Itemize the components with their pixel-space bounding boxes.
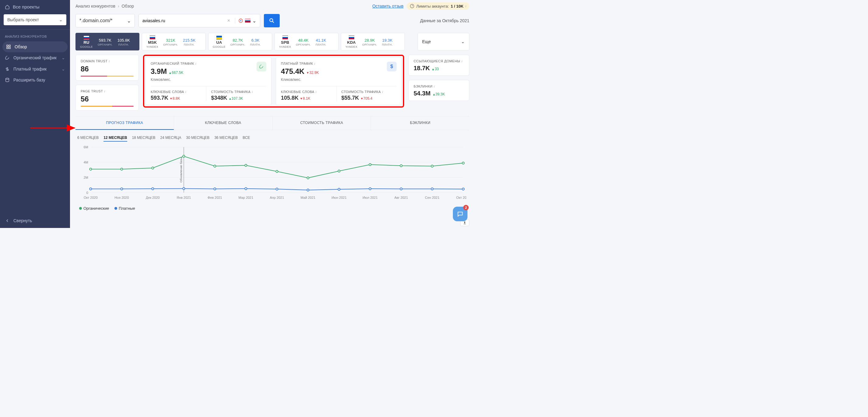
card-title: PAGE TRUST: [81, 90, 103, 93]
svg-point-40: [369, 188, 371, 190]
legend-item[interactable]: Платные: [115, 206, 135, 211]
region-card-ua[interactable]: UAGOOGLE 82.7KОРГАНИЧ. 6.3KПЛАТН.: [208, 33, 272, 50]
legend-item[interactable]: Органические: [79, 206, 109, 211]
referring-domains-card[interactable]: ССЫЛАЮЩИЕСЯ ДОМЕНЫi 18.7K33: [408, 55, 469, 76]
domain-search-input[interactable]: [143, 18, 222, 23]
period-option[interactable]: ВСЕ: [243, 134, 250, 142]
cost-value: $55.7K: [341, 95, 359, 101]
tab-бэклинки[interactable]: БЭКЛИНКИ: [371, 116, 469, 130]
card-title: КЛЮЧЕВЫЕ СЛОВА: [151, 90, 184, 94]
page-trust-card[interactable]: PAGE TRUSTi 56: [75, 85, 139, 111]
svg-point-30: [462, 162, 464, 164]
page-trust-value: 56: [81, 95, 134, 103]
breadcrumb-sep: ›: [118, 4, 119, 8]
tab-стоимость-трафика[interactable]: СТОИМОСТЬ ТРАФИКА: [272, 116, 371, 130]
domain-trust-card[interactable]: DOMAIN TRUSTi 86: [75, 55, 139, 80]
svg-text:Обновление базы: Обновление базы: [179, 157, 183, 182]
collapse-label: Свернуть: [13, 218, 32, 223]
info-icon: i: [108, 59, 110, 63]
svg-text:Окт 2020: Окт 2020: [84, 196, 98, 199]
chevron-down-icon: ⌄: [252, 18, 256, 24]
leaf-badge-icon: [256, 62, 266, 71]
period-option[interactable]: 12 МЕСЯЦЕВ: [103, 134, 127, 142]
svg-text:Июн 2021: Июн 2021: [332, 196, 347, 199]
period-option[interactable]: 30 МЕСЯЦЕВ: [186, 134, 209, 142]
account-limits-badge[interactable]: Лимиты аккаунта: 1 / 10K i: [407, 2, 469, 10]
gauge-icon: [410, 4, 414, 8]
sidebar-item-label: Органический трафик: [13, 55, 57, 61]
search-icon: [269, 18, 275, 24]
flag-icon: [282, 36, 288, 39]
sidebar-item-overview[interactable]: Обзор: [2, 41, 68, 52]
svg-point-18: [90, 168, 92, 170]
clear-icon[interactable]: ×: [225, 18, 232, 24]
collapse-sidebar-button[interactable]: Свернуть: [0, 213, 70, 228]
traffic-chart: 02M4M6MОбновление базыОкт 2020Ноя 2020Де…: [70, 144, 475, 205]
sub-label: Кликов/мес.: [151, 77, 196, 82]
region-card-spb[interactable]: SPBYANDEX 48.4KОРГАНИЧ. 41.1KПЛАТН.: [275, 33, 338, 50]
svg-point-27: [369, 164, 371, 166]
svg-text:4M: 4M: [84, 161, 88, 164]
chat-button[interactable]: 2: [453, 207, 467, 221]
svg-point-31: [90, 188, 92, 190]
svg-point-33: [152, 188, 154, 190]
backlinks-value: 54.3M: [413, 90, 431, 97]
period-option[interactable]: 36 МЕСЯЦЕВ: [214, 134, 238, 142]
sidebar-item-label: Платный трафик: [13, 67, 46, 71]
leaf-icon: [5, 55, 10, 60]
organic-traffic-card[interactable]: ОРГАНИЧЕСКИЙ ТРАФИКi 3.9M667.5K Кликов/м…: [146, 57, 272, 105]
project-select[interactable]: Выбрать проект ⌄: [4, 14, 66, 25]
sidebar-item-organic[interactable]: Органический трафик ⌄: [0, 52, 70, 64]
info-icon: i: [252, 90, 253, 94]
tab-прогноз-трафика[interactable]: ПРОГНОЗ ТРАФИКА: [75, 116, 174, 130]
svg-point-32: [121, 188, 123, 190]
domain-pattern-select[interactable]: *.domain.com/* ⌄: [75, 14, 135, 27]
sidebar-item-paid[interactable]: Платный трафик ⌄: [0, 64, 70, 74]
arrow-left-icon: [5, 218, 10, 223]
svg-point-41: [400, 188, 402, 190]
card-title: СТОИМОСТЬ ТРАФИКА: [341, 90, 381, 94]
more-regions-button[interactable]: Еще⌄: [417, 33, 469, 50]
delta: 705.4: [361, 96, 373, 101]
trust-bar: [81, 76, 134, 77]
paid-value: 475.4K: [281, 67, 304, 76]
delta: 32.9K: [307, 71, 319, 75]
svg-text:Апр 2021: Апр 2021: [270, 196, 284, 199]
ref-domains-value: 18.7K: [413, 65, 430, 72]
chevron-down-icon: ⌄: [61, 55, 65, 60]
region-card-ru[interactable]: RUGOOGLE 593.7KОРГАНИЧ. 105.8KПЛАТН.: [75, 33, 140, 50]
svg-point-36: [245, 187, 247, 190]
region-card-kda[interactable]: KDAYANDEX 28.9KОРГАНИЧ. 19.3KПЛАТН.: [341, 33, 405, 50]
flag-icon: [84, 36, 89, 39]
region-card-msk[interactable]: MSKYANDEX 321KОРГАНИЧ. 215.5KПЛАТН.: [142, 33, 206, 50]
paid-traffic-card[interactable]: ПЛАТНЫЙ ТРАФИКi 475.4K32.9K Кликов/мес. …: [276, 57, 402, 105]
breadcrumb-root[interactable]: Анализ конкурентов: [75, 4, 115, 8]
card-title: КЛЮЧЕВЫЕ СЛОВА: [281, 90, 314, 94]
limits-label: Лимиты аккаунта:: [416, 4, 449, 8]
backlinks-card[interactable]: БЭКЛИНКИi 54.3M39.3K: [408, 80, 469, 101]
info-icon: i: [316, 90, 316, 94]
tab-ключевые-слова[interactable]: КЛЮЧЕВЫЕ СЛОВА: [174, 116, 272, 130]
svg-point-38: [307, 189, 309, 191]
flag-ru-icon: [245, 19, 250, 23]
period-option[interactable]: 6 МЕСЯЦЕВ: [77, 134, 99, 142]
svg-rect-2: [7, 47, 8, 48]
dollar-badge-icon: $: [387, 62, 397, 71]
svg-point-29: [431, 165, 433, 167]
sidebar-item-expand-db[interactable]: Расширить базу: [0, 74, 70, 85]
info-icon: i: [465, 4, 466, 8]
search-engine-select[interactable]: ⌄: [235, 18, 256, 24]
period-option[interactable]: 24 МЕСЯЦА: [160, 134, 181, 142]
svg-text:2M: 2M: [84, 176, 88, 179]
data-date-label: Данные за Октябрь 2021: [420, 18, 469, 23]
feedback-link[interactable]: Оставить отзыв: [372, 4, 404, 8]
all-projects-link[interactable]: Все проекты: [0, 0, 70, 12]
cost-value: $348K: [211, 95, 227, 101]
chevron-down-icon: ⌄: [461, 39, 465, 44]
svg-rect-0: [7, 45, 8, 46]
search-button[interactable]: [264, 14, 280, 27]
flag-icon: [216, 36, 222, 39]
svg-point-24: [276, 171, 278, 173]
period-option[interactable]: 18 МЕСЯЦЕВ: [132, 134, 156, 142]
delta: 8.8K: [170, 96, 180, 101]
